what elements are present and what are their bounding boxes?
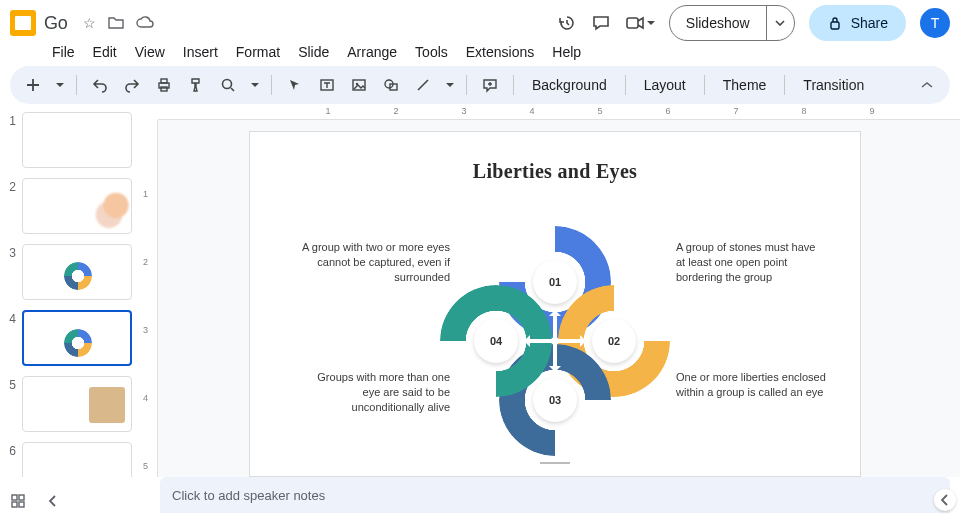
slide-thumbnail (22, 112, 132, 168)
workspace: 1 2 3 4 5 6 1 2 3 4 5 6 (0, 104, 960, 477)
new-slide-button[interactable] (20, 72, 46, 98)
cloud-status-icon[interactable] (136, 15, 154, 31)
theme-button[interactable]: Theme (715, 77, 775, 93)
redo-button[interactable] (119, 72, 145, 98)
speaker-notes[interactable]: Click to add speaker notes (160, 477, 950, 513)
slide-canvas[interactable]: Liberties and Eyes A group with two or m… (250, 132, 860, 476)
toolbar: Background Layout Theme Transition (10, 66, 950, 104)
new-slide-dropdown[interactable] (52, 72, 66, 98)
ruler-tick: 2 (393, 106, 398, 116)
undo-button[interactable] (87, 72, 113, 98)
menu-slide[interactable]: Slide (290, 42, 337, 62)
line-tool[interactable] (410, 72, 436, 98)
diagram[interactable]: 01 02 03 04 (440, 226, 670, 456)
slide-thumbnail (22, 178, 132, 234)
caption-bottom-right[interactable]: One or more liberties enclosed within a … (676, 370, 826, 400)
star-icon[interactable]: ☆ (83, 15, 96, 31)
filmstrip-slide-2[interactable]: 2 (6, 178, 132, 234)
svg-rect-13 (12, 502, 17, 507)
share-button[interactable]: Share (809, 5, 906, 41)
hub-04[interactable]: 04 (474, 319, 518, 363)
filmstrip: 1 2 3 4 5 6 (0, 104, 138, 477)
toolbar-separator (704, 75, 705, 95)
caption-top-left[interactable]: A group with two or more eyes cannot be … (300, 240, 450, 285)
slide-thumbnail (22, 310, 132, 366)
menu-tools[interactable]: Tools (407, 42, 456, 62)
stage[interactable]: Liberties and Eyes A group with two or m… (158, 120, 960, 477)
textbox-tool[interactable] (314, 72, 340, 98)
slide-index: 1 (6, 112, 16, 168)
menu-help[interactable]: Help (544, 42, 589, 62)
menu-format[interactable]: Format (228, 42, 288, 62)
ruler-tick: 3 (461, 106, 466, 116)
menu-insert[interactable]: Insert (175, 42, 226, 62)
zoom-dropdown[interactable] (247, 72, 261, 98)
comments-icon[interactable] (591, 13, 611, 33)
filmstrip-slide-6[interactable]: 6 (6, 442, 132, 477)
svg-rect-1 (831, 22, 839, 29)
slide-thumbnail (22, 376, 132, 432)
hub-01[interactable]: 01 (533, 260, 577, 304)
ruler-tick: 2 (143, 257, 148, 267)
ruler-tick: 1 (325, 106, 330, 116)
slideshow-button-group: Slideshow (669, 5, 795, 41)
caption-bottom-left[interactable]: Groups with more than one eye are said t… (300, 370, 450, 415)
transition-button[interactable]: Transition (795, 77, 872, 93)
filmstrip-slide-3[interactable]: 3 (6, 244, 132, 300)
ruler-tick: 3 (143, 325, 148, 335)
share-label: Share (851, 15, 888, 31)
account-avatar[interactable]: T (920, 8, 950, 38)
filmstrip-slide-4[interactable]: 4 (6, 310, 132, 366)
menu-bar: File Edit View Insert Format Slide Arran… (0, 42, 960, 66)
explore-button[interactable] (934, 489, 956, 511)
menu-file[interactable]: File (44, 42, 83, 62)
hub-03[interactable]: 03 (533, 378, 577, 422)
canvas: 1 2 3 4 5 6 7 8 9 1 2 3 4 5 Liberties an… (138, 104, 960, 477)
print-button[interactable] (151, 72, 177, 98)
shape-tool[interactable] (378, 72, 404, 98)
menu-view[interactable]: View (127, 42, 173, 62)
move-icon[interactable] (108, 15, 124, 31)
toolbar-separator (513, 75, 514, 95)
svg-rect-3 (161, 79, 167, 83)
slide-title[interactable]: Liberties and Eyes (250, 132, 860, 183)
page-indicator (540, 462, 570, 464)
document-title[interactable]: Go (44, 13, 71, 34)
background-button[interactable]: Background (524, 77, 615, 93)
caption-top-right[interactable]: A group of stones must have at least one… (676, 240, 826, 285)
ruler-tick: 5 (597, 106, 602, 116)
ruler-tick: 8 (801, 106, 806, 116)
select-tool[interactable] (282, 72, 308, 98)
svg-rect-14 (19, 502, 24, 507)
menu-extensions[interactable]: Extensions (458, 42, 542, 62)
ruler-tick: 7 (733, 106, 738, 116)
svg-rect-12 (19, 495, 24, 500)
svg-rect-11 (12, 495, 17, 500)
meet-icon[interactable] (625, 15, 655, 31)
collapse-toolbar-button[interactable] (914, 72, 940, 98)
hub-02[interactable]: 02 (592, 319, 636, 363)
toolbar-separator (625, 75, 626, 95)
grid-view-icon[interactable] (10, 493, 26, 509)
history-icon[interactable] (557, 13, 577, 33)
ruler-horizontal: 1 2 3 4 5 6 7 8 9 (158, 104, 960, 120)
line-dropdown[interactable] (442, 72, 456, 98)
menu-arrange[interactable]: Arrange (339, 42, 405, 62)
layout-button[interactable]: Layout (636, 77, 694, 93)
menu-edit[interactable]: Edit (85, 42, 125, 62)
filmstrip-slide-5[interactable]: 5 (6, 376, 132, 432)
collapse-filmstrip-icon[interactable] (48, 493, 58, 509)
ruler-tick: 4 (143, 393, 148, 403)
app-header: Go ☆ Slideshow Share T (0, 0, 960, 42)
slideshow-dropdown[interactable] (766, 6, 794, 40)
zoom-button[interactable] (215, 72, 241, 98)
slideshow-button[interactable]: Slideshow (670, 6, 766, 40)
slide-index: 6 (6, 442, 16, 477)
paint-format-button[interactable] (183, 72, 209, 98)
slide-index: 2 (6, 178, 16, 234)
ruler-tick: 9 (869, 106, 874, 116)
filmstrip-slide-1[interactable]: 1 (6, 112, 132, 168)
toolbar-separator (271, 75, 272, 95)
image-tool[interactable] (346, 72, 372, 98)
comment-insert-button[interactable] (477, 72, 503, 98)
